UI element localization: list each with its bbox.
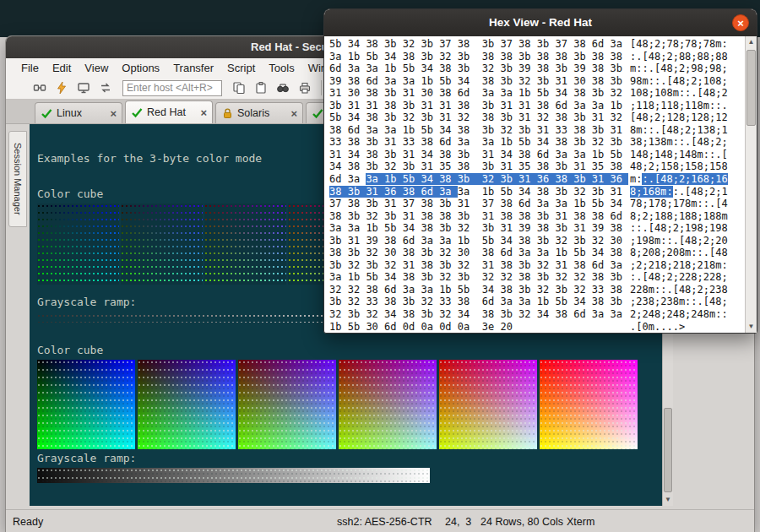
reconnect-arrows-icon[interactable] bbox=[95, 79, 116, 97]
tab-label: Red Hat bbox=[147, 106, 186, 118]
hex-line[interactable]: 34 38 3b 32 3b 31 35 38 3b 31 35 38 3b 3… bbox=[329, 160, 757, 173]
color-cube-slice bbox=[204, 204, 286, 285]
status-encryption: ssh2: AES-256-CTR bbox=[337, 516, 432, 528]
hex-window-title: Hex View - Red Hat bbox=[489, 16, 592, 29]
hex-line[interactable]: 38 3b 32 30 38 3b 32 30 38 6d 3a 3a 1b 5… bbox=[329, 247, 757, 259]
scroll-up-icon[interactable]: ▲ bbox=[746, 36, 757, 48]
lock-icon bbox=[221, 107, 233, 119]
hex-line[interactable]: 39 38 6d 3a 3a 1b 5b 34 38 3b 32 3b 31 3… bbox=[329, 75, 757, 88]
hex-line[interactable]: 6d 3a 3a 1b 5b 34 38 3b 32 3b 39 38 3b 3… bbox=[329, 62, 757, 75]
hex-line[interactable]: 3b 31 39 38 6d 3a 3a 1b 5b 34 38 3b 32 3… bbox=[329, 235, 757, 247]
status-cursor-position: 24, 3 bbox=[445, 516, 471, 528]
tab-label: Solaris bbox=[237, 107, 269, 119]
hex-line[interactable]: 1b 5b 30 6d 0d 0a 0d 0a 3e 20 .[0m....> bbox=[329, 321, 757, 333]
scrollbar-thumb[interactable] bbox=[746, 50, 756, 126]
session-monitor-icon[interactable] bbox=[73, 79, 94, 97]
scrollbar-thumb[interactable] bbox=[664, 408, 672, 492]
hex-line[interactable]: 6d 3a 3a 1b 5b 34 38 3b 32 3b 31 36 38 3… bbox=[329, 173, 757, 186]
menu-edit[interactable]: Edit bbox=[46, 60, 78, 76]
scroll-down-icon[interactable]: ▼ bbox=[746, 321, 757, 333]
toolbar-separator bbox=[321, 80, 322, 95]
session-manager-label: Session Manager bbox=[13, 143, 23, 215]
cube-dot-texture bbox=[439, 360, 537, 449]
hex-line[interactable]: 31 30 38 3b 31 30 38 6d 3a 3a 1b 5b 34 3… bbox=[329, 87, 757, 100]
hex-line[interactable]: 38 3b 31 36 38 6d 3a 3a 1b 5b 34 38 3b 3… bbox=[329, 186, 757, 198]
hex-view-window: Hex View - Red Hat × 5b 34 38 3b 32 3b 3… bbox=[323, 8, 757, 334]
menu-transfer[interactable]: Transfer bbox=[166, 60, 220, 76]
prompt-line: > bbox=[37, 490, 662, 506]
color-cube-slice bbox=[238, 360, 336, 449]
hex-line[interactable]: 38 6d 3a 3a 1b 5b 34 38 3b 32 3b 31 33 3… bbox=[329, 124, 757, 137]
hex-lines: 5b 34 38 3b 32 3b 37 38 3b 37 38 3b 37 3… bbox=[329, 38, 757, 333]
paste-clipboard-icon[interactable] bbox=[251, 79, 271, 97]
connected-check-icon bbox=[41, 107, 52, 119]
ramp-dot-texture bbox=[37, 468, 430, 483]
connected-check-icon bbox=[131, 106, 143, 118]
tab-close-icon[interactable]: × bbox=[200, 107, 207, 118]
hex-line[interactable]: 3a 1b 5b 34 38 3b 32 3b 32 32 38 3b 32 3… bbox=[329, 271, 757, 284]
hex-line[interactable]: 33 38 3b 31 33 38 6d 3a 3a 1b 5b 34 38 3… bbox=[329, 136, 757, 149]
hex-line[interactable]: 3a 3a 1b 5b 34 38 3b 32 3b 31 39 38 3b 3… bbox=[329, 222, 757, 235]
menu-view[interactable]: View bbox=[78, 60, 115, 76]
print-icon[interactable] bbox=[295, 79, 315, 97]
copy-icon[interactable] bbox=[229, 79, 249, 97]
color-cube-slice bbox=[540, 360, 638, 449]
statusbar: Ready ssh2: AES-256-CTR 24, 3 24 Rows, 8… bbox=[6, 509, 754, 532]
find-binoculars-icon[interactable] bbox=[273, 79, 293, 97]
color-cube-slice bbox=[439, 360, 537, 449]
session-manager-tab[interactable]: Session Manager bbox=[8, 131, 27, 227]
hex-line[interactable]: 3a 1b 5b 34 38 3b 32 3b 38 38 3b 38 38 3… bbox=[329, 51, 757, 63]
color-cube-slice bbox=[121, 204, 203, 285]
menu-options[interactable]: Options bbox=[115, 60, 166, 76]
hex-line[interactable]: 3b 32 33 38 3b 32 33 38 6d 3a 3a 1b 5b 3… bbox=[329, 296, 757, 308]
hex-body[interactable]: 5b 34 38 3b 32 3b 37 38 3b 37 38 3b 37 3… bbox=[324, 36, 757, 333]
color-cube-background bbox=[37, 360, 662, 449]
tab-linux[interactable]: Linux × bbox=[35, 102, 122, 123]
scroll-down-icon[interactable]: ▼ bbox=[663, 494, 673, 506]
hex-line[interactable]: 3b 32 3b 32 31 38 3b 32 31 38 3b 32 31 3… bbox=[329, 259, 757, 272]
hex-line[interactable]: 38 3b 32 3b 31 38 38 3b 31 38 38 3b 31 3… bbox=[329, 210, 757, 223]
cube-dot-texture bbox=[204, 204, 286, 285]
color-cube-slice bbox=[339, 360, 437, 449]
tab-solaris[interactable]: Solaris × bbox=[215, 102, 303, 123]
connect-icon[interactable] bbox=[30, 79, 50, 97]
close-icon[interactable]: × bbox=[732, 14, 749, 31]
status-emulation: Xterm bbox=[567, 516, 594, 528]
cube-dot-texture bbox=[37, 204, 119, 285]
status-ready: Ready bbox=[13, 516, 43, 528]
grayscale-label: Grayscale ramp: bbox=[37, 451, 662, 466]
host-input[interactable] bbox=[122, 80, 222, 96]
tab-red-hat[interactable]: Red Hat × bbox=[125, 100, 213, 123]
hex-line[interactable]: 3b 31 31 38 3b 31 31 38 3b 31 31 38 6d 3… bbox=[329, 100, 757, 112]
color-cube-slice bbox=[138, 360, 236, 449]
hex-line[interactable]: 32 32 38 6d 3a 3a 1b 5b 34 38 3b 32 3b 3… bbox=[329, 284, 757, 296]
tab-label: Linux bbox=[57, 107, 82, 119]
hex-line[interactable]: 37 38 3b 31 37 38 3b 31 37 38 6d 3a 3a 1… bbox=[329, 198, 757, 210]
grayscale-ramp-background bbox=[37, 468, 430, 483]
connected-check-icon bbox=[312, 107, 323, 119]
color-cube-slice bbox=[37, 360, 135, 449]
cube-dot-texture bbox=[540, 360, 638, 449]
hex-titlebar[interactable]: Hex View - Red Hat × bbox=[324, 9, 757, 36]
hex-line[interactable]: 5b 34 38 3b 32 3b 31 32 38 3b 31 32 38 3… bbox=[329, 111, 757, 124]
cube-dot-texture bbox=[121, 204, 203, 285]
cube-dot-texture bbox=[339, 360, 437, 449]
color-cube-slice bbox=[37, 204, 119, 285]
hex-line[interactable]: 32 3b 32 34 38 3b 32 34 38 3b 32 34 38 6… bbox=[329, 308, 757, 321]
cube-dot-texture bbox=[37, 360, 135, 449]
color-cube-label: Color cube bbox=[37, 343, 662, 358]
menu-file[interactable]: File bbox=[14, 60, 46, 76]
quick-connect-lightning-icon[interactable] bbox=[52, 79, 72, 97]
tab-close-icon[interactable]: × bbox=[290, 108, 297, 119]
tab-close-icon[interactable]: × bbox=[110, 108, 117, 119]
menu-script[interactable]: Script bbox=[220, 60, 262, 76]
menu-tools[interactable]: Tools bbox=[262, 60, 301, 76]
hex-line[interactable]: 31 34 38 3b 31 34 38 3b 31 34 38 6d 3a 3… bbox=[329, 149, 757, 161]
status-terminal-size: 24 Rows, 80 Cols bbox=[480, 516, 563, 528]
hex-scrollbar[interactable]: ▲ ▼ bbox=[745, 36, 757, 333]
hex-line[interactable]: 5b 34 38 3b 32 3b 37 38 3b 37 38 3b 37 3… bbox=[329, 38, 757, 51]
cube-dot-texture bbox=[238, 360, 336, 449]
cube-dot-texture bbox=[138, 360, 236, 449]
